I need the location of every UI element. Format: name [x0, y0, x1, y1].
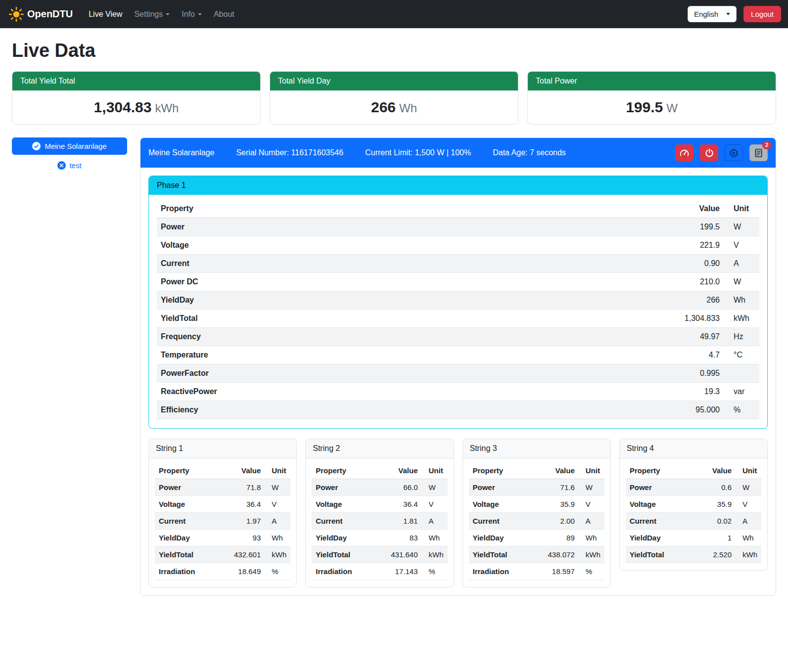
property-cell: Current [312, 513, 373, 530]
value-cell: 0.02 [693, 513, 736, 530]
unit-cell [724, 364, 759, 383]
table-row: Power71.8W [155, 479, 290, 496]
table-row: Irradiation18.597% [469, 563, 604, 580]
unit-cell: Hz [724, 328, 759, 346]
table-row: Voltage36.4V [155, 496, 290, 513]
nav-item-info[interactable]: Info [176, 6, 208, 23]
card-title: Total Yield Day [270, 72, 518, 90]
property-cell: Current [155, 513, 216, 530]
power-toggle-button[interactable] [700, 144, 718, 161]
phase-title: Phase 1 [149, 176, 767, 195]
property-cell: Power [312, 479, 373, 496]
unit-cell: kWh [724, 310, 759, 328]
limit-settings-button[interactable] [675, 144, 694, 161]
logout-button[interactable]: Logout [743, 6, 781, 22]
column-header-value: Value [693, 462, 736, 479]
value-cell: 93 [216, 530, 265, 546]
event-count-badge: 2 [762, 141, 771, 149]
main-row: Meine Solaranlage test Meine Solaranlage… [12, 137, 776, 596]
unit-cell: V [724, 236, 759, 255]
nav-item-label: Live View [89, 10, 122, 19]
value-cell: 1.97 [216, 513, 265, 530]
table-header-row: Property Value Unit [312, 462, 447, 479]
property-cell: YieldDay [155, 530, 216, 546]
language-select[interactable]: English [688, 6, 737, 22]
value-cell: 95.000 [496, 401, 724, 419]
string-1-table: Property Value Unit Power71.8WVoltage36.… [155, 462, 290, 580]
value-cell: 17.143 [373, 563, 422, 580]
value-cell: 71.8 [216, 479, 265, 496]
string-title: String 1 [149, 439, 296, 458]
unit-cell: var [724, 383, 759, 401]
property-cell: YieldTotal [312, 546, 373, 563]
table-header-row: Property Value Unit [469, 462, 604, 479]
unit-cell: V [422, 496, 448, 513]
unit-cell: kWh [422, 546, 448, 563]
property-cell: Voltage [157, 236, 496, 255]
phase-table: Property Value Unit Power199.5WVoltage22… [157, 200, 759, 419]
column-header-property: Property [626, 462, 693, 479]
table-row: Irradiation17.143% [312, 563, 447, 580]
card-title: Total Yield Total [12, 72, 260, 90]
property-cell: Temperature [157, 346, 496, 364]
value-cell: 0.90 [496, 255, 724, 273]
summary-cards: Total Yield Total 1,304.83kWh Total Yiel… [12, 71, 776, 125]
table-header-row: Property Value Unit [155, 462, 290, 479]
value-cell: 438.072 [530, 546, 579, 563]
table-row: YieldDay266Wh [157, 291, 759, 310]
card-value: 199.5 [626, 99, 663, 115]
phase-1-card: Phase 1 Property Value Unit Power199.5WV… [148, 176, 768, 429]
value-cell: 1,304.833 [496, 310, 724, 328]
card-total-yield-day: Total Yield Day 266Wh [270, 71, 518, 125]
column-header-unit: Unit [265, 462, 290, 479]
property-cell: Current [626, 513, 693, 530]
unit-cell: V [579, 496, 604, 513]
property-cell: PowerFactor [157, 364, 496, 383]
inverter-panel-header: Meine Solaranlage Serial Number: 1161716… [140, 138, 776, 168]
table-row: Power DC210.0W [157, 273, 759, 291]
string-body: Property Value Unit Power66.0WVoltage36.… [306, 458, 453, 587]
table-row: YieldTotal1,304.833kWh [157, 310, 759, 328]
value-cell: 210.0 [496, 273, 724, 291]
device-info-button[interactable] [725, 144, 743, 161]
column-header-property: Property [312, 462, 373, 479]
unit-cell: kWh [579, 546, 604, 563]
string-2-card: String 2 Property Value Unit [305, 439, 454, 587]
property-cell: Irradiation [312, 563, 373, 580]
sidebar-item-test[interactable]: test [12, 161, 127, 170]
unit-cell: Wh [724, 291, 759, 310]
sidebar-item-label: Meine Solaranlage [45, 142, 106, 150]
nav-item-about[interactable]: About [208, 6, 240, 23]
table-row: Irradiation18.649% [155, 563, 290, 580]
sun-logo-icon [9, 7, 24, 22]
property-cell: YieldTotal [155, 546, 216, 563]
value-cell: 66.0 [373, 479, 422, 496]
brand[interactable]: OpenDTU [9, 7, 73, 22]
card-title: Total Power [528, 72, 776, 90]
table-row: Efficiency95.000% [157, 401, 759, 419]
table-header-row: Property Value Unit [157, 200, 759, 218]
property-cell: Voltage [626, 496, 693, 513]
value-cell: 199.5 [496, 218, 724, 236]
inverter-sidebar: Meine Solaranlage test [12, 137, 127, 170]
table-row: Voltage35.9V [469, 496, 604, 513]
event-log-button[interactable]: 2 [749, 144, 768, 161]
value-cell: 18.597 [530, 563, 579, 580]
nav-item-settings[interactable]: Settings [128, 6, 176, 23]
table-row: Frequency49.97Hz [157, 328, 759, 346]
sidebar-item-meine-solaranlage[interactable]: Meine Solaranlage [12, 137, 127, 155]
nav-item-live-view[interactable]: Live View [83, 6, 128, 23]
table-row: Current0.02A [626, 513, 761, 530]
table-row: YieldDay89Wh [469, 530, 604, 546]
value-cell: 1.81 [373, 513, 422, 530]
unit-cell: W [579, 479, 604, 496]
table-row: YieldTotal432.601kWh [155, 546, 290, 563]
table-row: PowerFactor0.995 [157, 364, 759, 383]
unit-cell: W [736, 479, 761, 496]
card-value: 1,304.83 [94, 99, 152, 115]
unit-cell: A [265, 513, 290, 530]
value-cell: 2.00 [530, 513, 579, 530]
inverter-actions: 2 [675, 144, 768, 161]
nav-item-label: About [214, 10, 234, 19]
value-cell: 36.4 [373, 496, 422, 513]
